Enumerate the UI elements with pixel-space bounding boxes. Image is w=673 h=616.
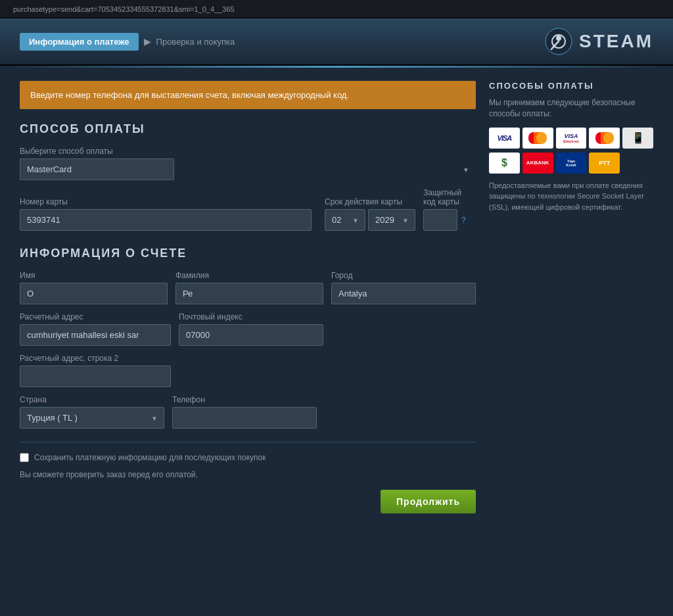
right-panel: СПОСОБЫ ОПЛАТЫ Мы принимаем следующие бе… xyxy=(489,81,653,513)
first-name-group: Имя xyxy=(20,271,168,304)
notice-text: Введите номер телефона для выставления с… xyxy=(30,90,349,100)
mastercard-icon xyxy=(528,132,547,144)
first-name-label: Имя xyxy=(20,271,168,280)
expiry-label: Срок действия карты xyxy=(325,197,410,206)
address-group: Расчетный адрес xyxy=(20,312,171,346)
breadcrumb: Информация о платеже ▶ Проверка и покупк… xyxy=(20,33,235,51)
country-label: Страна xyxy=(20,395,164,404)
left-panel: Введите номер телефона для выставления с… xyxy=(20,81,476,513)
expiry-month-select[interactable]: 02 01030405 06070809 101112 xyxy=(325,209,365,231)
postal-group: Почтовый индекс xyxy=(179,312,323,346)
akbank-label: AKBANK xyxy=(524,160,551,166)
payment-icons-row1: VISA VISA Electron xyxy=(489,128,653,149)
cvv-help-link[interactable]: ? xyxy=(461,216,466,225)
payment-section-title: СПОСОБ ОПЛАТЫ xyxy=(20,122,476,136)
svg-point-2 xyxy=(556,36,561,41)
address-row: Расчетный адрес Почтовый индекс xyxy=(20,312,476,346)
address-input[interactable] xyxy=(20,324,171,346)
city-group: Город xyxy=(331,271,476,304)
name-row: Имя Фамилия Город xyxy=(20,271,476,304)
payment-method-group: Выберите способ оплаты MasterCard Visa A… xyxy=(20,147,476,180)
postal-label: Почтовый индекс xyxy=(179,312,323,321)
account-section-title: ИНФОРМАЦИЯ О СЧЕТЕ xyxy=(20,247,476,260)
address-label: Расчетный адрес xyxy=(20,312,171,321)
card-number-group: Номер карты xyxy=(20,197,312,231)
city-input[interactable] xyxy=(331,283,476,304)
last-name-input[interactable] xyxy=(175,283,323,304)
url-text: purchasetype=send&cart=70534523345553728… xyxy=(13,5,235,13)
electron-label: Electron xyxy=(563,139,579,143)
country-group: Страна Турция ( TL ) Россия ( RUB ) США … xyxy=(20,395,164,429)
expiry-month-wrapper[interactable]: 02 01030405 06070809 101112 xyxy=(325,209,365,231)
payment-method-select-wrapper[interactable]: MasterCard Visa American Express PayPal xyxy=(20,158,476,180)
steam-icon xyxy=(545,28,572,55)
header: Информация о платеже ▶ Проверка и покупк… xyxy=(0,18,673,66)
city-label: Город xyxy=(331,271,476,280)
cvv-group: Защитный код карты ? xyxy=(423,188,476,231)
expiry-year-select[interactable]: 2029 2024202520262027 20282030 xyxy=(368,209,415,231)
country-select-wrapper[interactable]: Турция ( TL ) Россия ( RUB ) США ( USD ) xyxy=(20,407,164,429)
dollar-icon: $ xyxy=(501,157,507,169)
mobile-icon: 📱 xyxy=(632,131,645,144)
yapikredi-label: YapıKredi xyxy=(565,159,577,167)
cvv-row: ? xyxy=(423,209,476,231)
continue-btn-row: Продолжить xyxy=(20,490,476,513)
save-info-label: Сохранить платежную информацию для после… xyxy=(34,453,266,462)
address2-row: Расчетный адрес, строка 2 xyxy=(20,354,476,387)
payment-section: СПОСОБ ОПЛАТЫ Выберите способ оплаты Mas… xyxy=(20,122,476,231)
save-info-row: Сохранить платежную информацию для после… xyxy=(20,442,476,462)
mastercard-icon-box xyxy=(522,128,553,149)
country-select[interactable]: Турция ( TL ) Россия ( RUB ) США ( USD ) xyxy=(20,407,164,429)
payment-method-label: Выберите способ оплаты xyxy=(20,147,476,156)
ssl-note: Предоставляемые вами при оплате сведения… xyxy=(489,180,653,213)
card-number-label: Номер карты xyxy=(20,197,312,206)
top-bar: purchasetype=send&cart=70534523345553728… xyxy=(0,0,673,18)
ptt-icon-box: PTT xyxy=(589,153,620,174)
address2-input[interactable] xyxy=(20,366,171,387)
first-name-input[interactable] xyxy=(20,283,168,304)
expiry-year-wrapper[interactable]: 2029 2024202520262027 20282030 xyxy=(368,209,415,231)
expiry-group: Срок действия карты 02 01030405 06070809… xyxy=(325,197,410,231)
right-panel-subtitle: Мы принимаем следующие безопасные способ… xyxy=(489,97,653,120)
cvv-label: Защитный код карты xyxy=(423,188,476,206)
cvv-input[interactable] xyxy=(423,209,457,231)
continue-button[interactable]: Продолжить xyxy=(381,490,476,513)
mastercard2-icon xyxy=(595,132,614,144)
yapikredi-icon-box: YapıKredi xyxy=(556,153,587,174)
payment-icons-row2: $ AKBANK YapıKredi PTT xyxy=(489,153,653,174)
address2-group: Расчетный адрес, строка 2 xyxy=(20,354,171,387)
mobile-payment-icon-box: 📱 xyxy=(622,128,653,149)
card-details-row: Номер карты Срок действия карты 02 01030… xyxy=(20,188,476,231)
postal-input[interactable] xyxy=(179,324,323,346)
save-info-checkbox[interactable] xyxy=(20,453,29,462)
account-section: ИНФОРМАЦИЯ О СЧЕТЕ Имя Фамилия Город Рас… xyxy=(20,247,476,429)
address2-label: Расчетный адрес, строка 2 xyxy=(20,354,171,363)
breadcrumb-step1: Информация о платеже xyxy=(20,33,139,51)
visa-electron-icon-box: VISA Electron xyxy=(556,128,587,149)
visa-icon: VISA xyxy=(498,134,512,142)
last-name-group: Фамилия xyxy=(175,271,323,304)
phone-label: Телефон xyxy=(172,395,317,404)
payment-method-select[interactable]: MasterCard Visa American Express PayPal xyxy=(20,158,174,180)
order-note: Вы сможете проверить заказ перед его опл… xyxy=(20,470,476,479)
notice-bar: Введите номер телефона для выставления с… xyxy=(20,81,476,109)
mastercard2-icon-box xyxy=(589,128,620,149)
ptt-label: PTT xyxy=(597,160,611,166)
card-number-input[interactable] xyxy=(20,209,312,231)
country-phone-row: Страна Турция ( TL ) Россия ( RUB ) США … xyxy=(20,395,476,429)
akbank-icon-box: AKBANK xyxy=(522,153,553,174)
steam-label: STEAM xyxy=(579,31,653,52)
breadcrumb-arrow: ▶ xyxy=(144,36,151,47)
phone-group: Телефон xyxy=(172,395,317,429)
visa-electron-label: VISA xyxy=(564,133,578,139)
phone-input[interactable] xyxy=(172,407,317,429)
expiry-selects: 02 01030405 06070809 101112 2029 2024202… xyxy=(325,209,410,231)
breadcrumb-step2: Проверка и покупка xyxy=(156,37,235,47)
main-content: Введите номер телефона для выставления с… xyxy=(0,68,673,527)
steam-logo: STEAM xyxy=(545,28,653,55)
right-panel-title: СПОСОБЫ ОПЛАТЫ xyxy=(489,81,653,91)
dollar-icon-box: $ xyxy=(489,153,520,174)
last-name-label: Фамилия xyxy=(175,271,323,280)
visa-icon-box: VISA xyxy=(489,128,520,149)
